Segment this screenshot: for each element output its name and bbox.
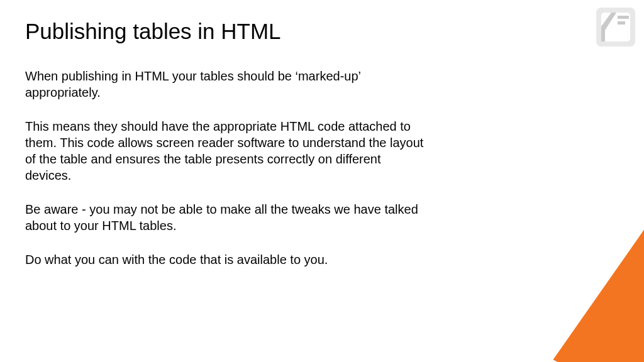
body-paragraph: When publishing in HTML your tables shou… bbox=[25, 68, 428, 101]
slide-title: Publishing tables in HTML bbox=[25, 19, 619, 44]
slide: Publishing tables in HTML When publishin… bbox=[0, 0, 644, 362]
svg-rect-3 bbox=[618, 21, 625, 25]
slide-body: When publishing in HTML your tables shou… bbox=[25, 68, 428, 268]
body-paragraph: Be aware - you may not be able to make a… bbox=[25, 201, 428, 234]
brand-logo-icon bbox=[596, 8, 635, 47]
body-paragraph: This means they should have the appropri… bbox=[25, 118, 428, 184]
body-paragraph: Do what you can with the code that is av… bbox=[25, 251, 428, 268]
svg-rect-2 bbox=[618, 16, 629, 19]
